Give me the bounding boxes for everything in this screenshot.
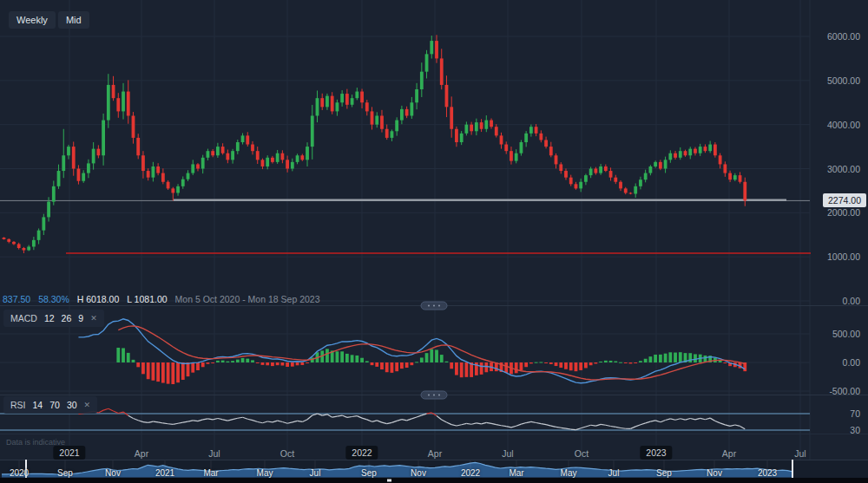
price-axis-label: 6000.00 <box>827 31 860 42</box>
navigator-time-label: Jul <box>608 468 620 478</box>
high-value: 6018.00 <box>86 294 119 304</box>
handle-dot <box>433 305 435 307</box>
time-axis-month-label: Oct <box>575 448 589 459</box>
macd-fast-param[interactable]: 12 <box>44 313 55 323</box>
macd-indicator-label: MACD 12 26 9 ✕ <box>3 310 104 327</box>
time-axis-year-label: 2022 <box>345 446 378 460</box>
navigator-time-label: Mar <box>509 468 523 478</box>
navigator-time-label: Nov <box>707 468 722 478</box>
time-axis-month-label: Apr <box>722 448 736 459</box>
chart-window: Weekly Mid 837.50 58.30% H 6018.00 L 108… <box>0 0 868 483</box>
navigator-time-label: Sep <box>656 468 672 478</box>
rsi-title: RSI <box>10 400 26 410</box>
handle-dot <box>438 395 440 396</box>
low-label: L <box>127 294 131 304</box>
navigator-time-label: Nov <box>105 468 121 478</box>
macd-close-icon[interactable]: ✕ <box>90 314 97 323</box>
chart-canvas[interactable] <box>0 0 868 483</box>
date-range: Mon 5 Oct 2020 - Mon 18 Sep 2023 <box>175 294 320 304</box>
macd-slow-param[interactable]: 26 <box>62 313 72 323</box>
macd-title: MACD <box>10 313 37 323</box>
price-source-button[interactable]: Mid <box>58 11 89 29</box>
navigator-time-label: May <box>257 468 273 478</box>
handle-dot <box>428 395 430 396</box>
price-axis-label: 1000.00 <box>827 251 860 262</box>
navigator-time-label: Mar <box>203 468 218 478</box>
rsi-oversold-param[interactable]: 30 <box>67 400 77 410</box>
rsi-axis-label: 30 <box>850 425 860 435</box>
candles-layer[interactable] <box>3 35 747 253</box>
toolbar: Weekly Mid <box>9 11 89 29</box>
navigator-time-label: 2023 <box>758 468 777 478</box>
price-axis-label: 2000.00 <box>827 207 860 218</box>
handle-dot <box>428 305 430 307</box>
time-axis-month-label: Apr <box>428 448 442 459</box>
horizontal-scrollbar[interactable] <box>0 478 868 483</box>
navigator-time-label: May <box>561 468 577 478</box>
time-axis-year-label: 2021 <box>53 446 85 460</box>
price-axis-label: 4000.00 <box>827 120 860 130</box>
time-axis-month-label: Jul <box>502 448 513 459</box>
price-axis-label: 5000.00 <box>827 75 860 86</box>
navigator-time-label: 2020 <box>10 468 29 478</box>
scrollbar-thumb[interactable] <box>387 480 391 482</box>
range-info-bar: 837.50 58.30% H 6018.00 L 1081.00 Mon 5 … <box>3 294 320 304</box>
navigator-time-label: Nov <box>411 468 426 478</box>
time-axis-year-label: 2023 <box>640 446 672 460</box>
low-value: 1081.00 <box>135 294 168 304</box>
rsi-close-icon[interactable]: ✕ <box>84 401 91 409</box>
navigator-time-label: 2021 <box>155 468 174 478</box>
interval-button[interactable]: Weekly <box>9 11 56 29</box>
price-axis-label: 0.00 <box>843 296 860 306</box>
change-value: 837.50 <box>3 294 30 304</box>
navigator-time-label: Sep <box>361 468 377 478</box>
macd-histogram <box>116 348 746 384</box>
navigator-time-label: Jul <box>310 468 321 478</box>
time-axis-month-label: Jul <box>794 448 806 459</box>
current-price-tag: 2274.00 <box>823 193 866 207</box>
macd-axis-label: 0.00 <box>843 357 860 368</box>
navigator-time-label: Sep <box>57 468 73 478</box>
rsi-indicator-label: RSI 14 70 30 ✕ <box>3 396 97 414</box>
rsi-period-param[interactable]: 14 <box>33 400 43 410</box>
time-axis-month-label: Apr <box>135 448 148 459</box>
time-axis-month-label: Oct <box>280 448 294 459</box>
rsi-axis-label: 70 <box>850 408 860 419</box>
macd-signal-param[interactable]: 9 <box>78 313 83 323</box>
rsi-line <box>78 408 745 429</box>
rsi-overbought-param[interactable]: 70 <box>49 400 60 410</box>
change-percent: 58.30% <box>38 294 69 304</box>
time-axis-month-label: Jul <box>208 448 220 459</box>
navigator-time-label: 2022 <box>461 468 480 478</box>
price-axis-label: 3000.00 <box>827 164 860 174</box>
handle-dot <box>438 305 440 307</box>
high-label: H <box>77 294 84 304</box>
handle-dot <box>433 395 435 396</box>
macd-axis-label: 500.00 <box>832 329 860 339</box>
macd-axis-label: -500.00 <box>829 386 860 396</box>
